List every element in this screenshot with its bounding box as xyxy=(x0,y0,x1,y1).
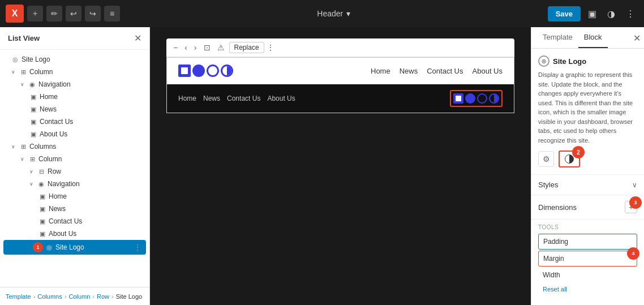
page-icon: ▣ xyxy=(29,118,37,126)
width-tool[interactable]: Width xyxy=(538,268,637,282)
site-logo-icon: ◎ xyxy=(11,56,19,63)
save-button[interactable]: Save xyxy=(548,6,581,22)
logo-btn-wrapper: 2 xyxy=(559,151,580,167)
logo-circle-1 xyxy=(192,65,205,77)
canvas-toolbar: − ‹ › ⊡ ⚠ Replace ⋮ xyxy=(166,38,514,57)
tree-item-contact-1[interactable]: ▣ Contact Us xyxy=(0,115,149,128)
settings-button[interactable]: ⚙ xyxy=(538,151,554,167)
breadcrumb-columns[interactable]: Columns xyxy=(37,293,62,300)
canvas-warning[interactable]: ⚠ xyxy=(215,42,227,53)
tab-block[interactable]: Block xyxy=(578,27,608,48)
margin-wrapper: 4 Margin xyxy=(538,251,637,267)
page-icon: ▣ xyxy=(38,193,46,200)
edit-button[interactable]: ✏ xyxy=(46,6,62,22)
tree-item-site-logo-active[interactable]: 1 ◎ Site Logo ⋮ xyxy=(3,240,146,255)
tree-item-site-logo-top[interactable]: ◎ Site Logo xyxy=(0,53,149,66)
item-options-icon[interactable]: ⋮ xyxy=(134,243,141,252)
canvas-area: − ‹ › ⊡ ⚠ Replace ⋮ xyxy=(150,27,531,305)
step-badge-1: 1 xyxy=(33,242,43,252)
padding-tool[interactable]: Padding xyxy=(538,234,637,250)
right-panel-close[interactable]: ✕ xyxy=(633,32,641,43)
site-logo-section-icon: ◎ xyxy=(538,55,549,67)
half-moon-icon xyxy=(565,154,574,164)
styles-toggle[interactable]: ∨ xyxy=(632,181,637,189)
tree-item-column-1[interactable]: ∨ ⊞ Column xyxy=(0,66,149,78)
theme-toggle-button[interactable]: ◑ xyxy=(603,6,619,22)
list-view-title: List View xyxy=(8,34,40,42)
canvas-dark-logo xyxy=(450,90,503,107)
view-toggle-button[interactable]: ▣ xyxy=(584,6,600,22)
page-icon: ▣ xyxy=(29,106,37,113)
left-panel-close[interactable]: ✕ xyxy=(134,33,141,44)
canvas-more-icon[interactable]: ⋮ xyxy=(267,43,274,52)
site-logo-section: ◎ Site Logo Display a graphic to represe… xyxy=(531,49,644,175)
tree-item-about-2[interactable]: ▣ About Us xyxy=(0,227,149,240)
logo-block-1 xyxy=(178,65,191,77)
page-title: Header ▾ xyxy=(123,9,544,18)
reset-all-link[interactable]: Reset all xyxy=(538,283,637,295)
column-icon: ⊞ xyxy=(19,68,27,76)
tree-item-contact-2[interactable]: ▣ Contact Us xyxy=(0,215,149,227)
styles-row: Styles ∨ xyxy=(531,175,644,195)
tree-item-row[interactable]: ∨ ⊟ Row xyxy=(0,165,149,178)
breadcrumb: Template › Columns › Column › Row › Site… xyxy=(0,287,149,305)
canvas-crop[interactable]: ⊡ xyxy=(201,42,213,53)
tree-item-navigation-2[interactable]: ∨ ◉ Navigation xyxy=(0,178,149,190)
logo-options-row: ⚙ 2 xyxy=(538,151,637,167)
menu-button[interactable]: ≡ xyxy=(104,6,120,22)
toolbar-right: Save ▣ ◑ ⋮ xyxy=(548,6,638,22)
expand-icon: ∨ xyxy=(11,69,17,75)
canvas-light-nav: Home News Contact Us About Us xyxy=(371,67,503,75)
redo-button[interactable]: ↪ xyxy=(85,6,101,22)
add-button[interactable]: ＋ xyxy=(27,6,43,22)
site-logo-icon: ◎ xyxy=(45,244,53,251)
margin-tool[interactable]: Margin xyxy=(538,251,637,267)
plus-btn-wrapper: 3 + xyxy=(625,201,637,213)
canvas-prev[interactable]: ‹ xyxy=(182,42,190,53)
page-icon: ▣ xyxy=(38,230,46,238)
site-logo-section-title: ◎ Site Logo xyxy=(538,55,637,67)
tree-item-column-2[interactable]: ∨ ⊞ Column xyxy=(0,153,149,165)
tree-item-about-1[interactable]: ▣ About Us xyxy=(0,128,149,140)
expand-icon: ∨ xyxy=(20,156,26,162)
breadcrumb-column[interactable]: Column xyxy=(68,293,90,300)
canvas-next[interactable]: › xyxy=(192,42,199,53)
breadcrumb-template[interactable]: Template xyxy=(6,293,31,300)
column-icon: ⊞ xyxy=(28,156,36,163)
expand-icon: ∨ xyxy=(29,169,35,174)
tree-item-navigation-1[interactable]: ∨ ◉ Navigation xyxy=(0,78,149,91)
step-badge-4: 4 xyxy=(627,247,639,260)
tree-item-home-1[interactable]: ▣ Home xyxy=(0,91,149,103)
app-logo: X xyxy=(6,5,24,23)
canvas-dark-about-us: About Us xyxy=(267,94,295,102)
navigation-icon: ◉ xyxy=(28,81,36,88)
step-badge-3: 3 xyxy=(629,196,642,209)
site-logo-description: Display a graphic to represent this site… xyxy=(538,70,637,145)
row-icon: ⊟ xyxy=(37,168,45,175)
main-area: List View ✕ ◎ Site Logo ∨ ⊞ Column ∨ ◉ N… xyxy=(0,27,644,305)
navigation-icon: ◉ xyxy=(37,181,45,188)
canvas-dark-header: Home News Contact Us About Us xyxy=(167,84,514,113)
canvas-contact-us: Contact Us xyxy=(427,67,463,75)
logo-circle-3 xyxy=(221,65,233,77)
page-icon: ▣ xyxy=(29,131,37,138)
tree-item-news-1[interactable]: ▣ News xyxy=(0,103,149,115)
tab-template[interactable]: Template xyxy=(537,27,578,48)
more-options-button[interactable]: ⋮ xyxy=(622,6,638,22)
canvas-zoom-out[interactable]: − xyxy=(171,42,180,53)
undo-button[interactable]: ↩ xyxy=(66,6,81,22)
dimensions-row: Dimensions 3 + xyxy=(531,195,644,220)
tree-item-home-2[interactable]: ▣ Home xyxy=(0,190,149,203)
canvas-about-us: About Us xyxy=(473,67,503,75)
right-panel-tabs: Template Block ✕ xyxy=(531,27,644,49)
canvas-logo-light xyxy=(178,65,233,77)
expand-icon: ∨ xyxy=(11,144,17,149)
page-icon: ▣ xyxy=(38,218,46,225)
tree-item-columns[interactable]: ∨ ⊞ Columns xyxy=(0,140,149,153)
breadcrumb-row[interactable]: Row xyxy=(97,293,109,300)
canvas-replace[interactable]: Replace xyxy=(229,42,264,53)
page-icon: ▣ xyxy=(29,93,37,101)
canvas-light-header: Home News Contact Us About Us xyxy=(167,58,514,84)
tree-item-news-2[interactable]: ▣ News xyxy=(0,203,149,215)
tree-list: ◎ Site Logo ∨ ⊞ Column ∨ ◉ Navigation ▣ … xyxy=(0,50,149,287)
